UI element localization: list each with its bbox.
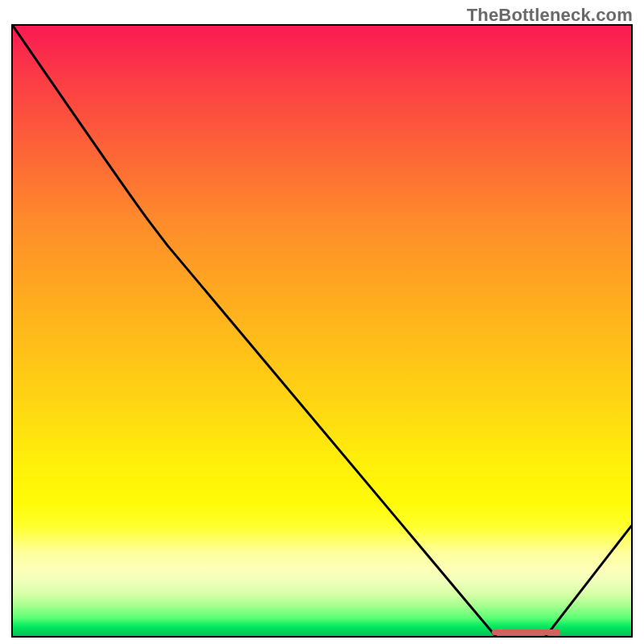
chart-container: TheBottleneck.com — [0, 0, 644, 644]
plot-area — [11, 24, 633, 638]
watermark-label: TheBottleneck.com — [467, 5, 633, 26]
optimal-range-marker — [492, 630, 559, 635]
curve-line — [13, 26, 631, 636]
